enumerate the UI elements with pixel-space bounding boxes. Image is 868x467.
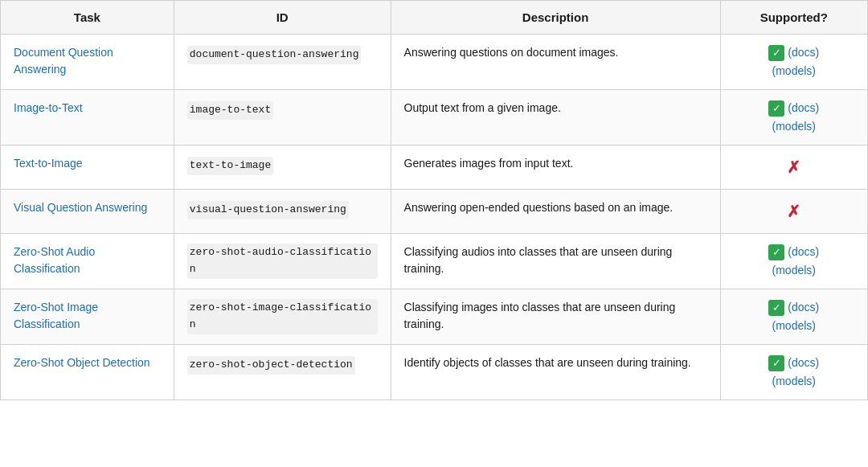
docs-link[interactable]: (docs) <box>788 100 819 117</box>
id-cell: image-to-text <box>174 90 391 145</box>
task-link[interactable]: Zero-Shot Audio Classification <box>14 245 95 275</box>
supported-cell: ✗ <box>720 190 867 234</box>
description-cell: Output text from a given image. <box>391 90 720 145</box>
description-cell: Answering open-ended questions based on … <box>391 190 720 234</box>
task-link[interactable]: Visual Question Answering <box>14 201 147 214</box>
description-cell: Classifying images into classes that are… <box>391 289 720 345</box>
table-row: Zero-Shot Audio Classificationzero-shot-… <box>1 234 868 289</box>
docs-link[interactable]: (docs) <box>788 354 819 371</box>
description-cell: Classifying audios into classes that are… <box>391 234 720 289</box>
id-cell: zero-shot-audio-classification <box>174 234 391 289</box>
id-code: visual-question-answering <box>187 201 349 219</box>
table-row: Document Question Answeringdocument-ques… <box>1 35 868 90</box>
table-row: Visual Question Answeringvisual-question… <box>1 190 868 234</box>
header-row: Task ID Description Supported? <box>1 1 868 35</box>
check-icon: ✓ <box>768 244 784 260</box>
id-cell: zero-shot-image-classification <box>174 289 391 345</box>
task-link[interactable]: Zero-Shot Image Classification <box>14 301 98 330</box>
table-row: Zero-Shot Object Detectionzero-shot-obje… <box>1 345 868 400</box>
supported-cell: ✗ <box>720 145 867 190</box>
header-supported: Supported? <box>720 1 867 35</box>
tasks-table: Task ID Description Supported? Document … <box>0 0 868 400</box>
task-link[interactable]: Document Question Answering <box>14 46 113 76</box>
header-description: Description <box>391 1 720 35</box>
models-link[interactable]: (models) <box>772 373 816 390</box>
task-link[interactable]: Zero-Shot Object Detection <box>14 356 150 369</box>
id-code: text-to-image <box>187 157 273 175</box>
docs-link[interactable]: (docs) <box>788 244 819 260</box>
x-icon: ✗ <box>787 158 800 176</box>
description-cell: Identify objects of classes that are uns… <box>391 345 720 400</box>
id-cell: document-question-answering <box>174 35 391 90</box>
id-cell: zero-shot-object-detection <box>174 345 391 400</box>
supported-cell: ✓(docs)(models) <box>720 90 867 145</box>
x-icon: ✗ <box>787 203 800 220</box>
task-cell: Visual Question Answering <box>1 190 174 234</box>
table-row: Image-to-Textimage-to-textOutput text fr… <box>1 90 868 145</box>
models-link[interactable]: (models) <box>772 63 816 80</box>
id-code: zero-shot-audio-classification <box>187 244 378 279</box>
task-cell: Zero-Shot Object Detection <box>1 345 174 400</box>
description-cell: Generates images from input text. <box>391 145 720 190</box>
check-icon: ✓ <box>768 45 784 61</box>
header-task: Task <box>1 1 174 35</box>
docs-link[interactable]: (docs) <box>788 299 819 316</box>
table-row: Zero-Shot Image Classificationzero-shot-… <box>1 289 868 345</box>
task-cell: Zero-Shot Audio Classification <box>1 234 174 289</box>
supported-cell: ✓(docs)(models) <box>720 234 867 289</box>
check-icon: ✓ <box>768 355 784 371</box>
check-icon: ✓ <box>768 300 784 316</box>
supported-cell: ✓(docs)(models) <box>720 289 867 345</box>
task-cell: Image-to-Text <box>1 90 174 145</box>
task-link[interactable]: Image-to-Text <box>14 101 83 114</box>
docs-link[interactable]: (docs) <box>788 44 819 61</box>
models-link[interactable]: (models) <box>772 118 816 135</box>
check-icon: ✓ <box>768 100 784 117</box>
id-code: zero-shot-image-classification <box>187 299 378 334</box>
task-cell: Text-to-Image <box>1 145 174 190</box>
task-link[interactable]: Text-to-Image <box>14 157 83 170</box>
id-code: zero-shot-object-detection <box>187 356 355 375</box>
task-cell: Document Question Answering <box>1 35 174 90</box>
supported-cell: ✓(docs)(models) <box>720 35 867 90</box>
description-cell: Answering questions on document images. <box>391 35 720 90</box>
id-cell: visual-question-answering <box>174 190 391 234</box>
table-row: Text-to-Imagetext-to-imageGenerates imag… <box>1 145 868 190</box>
id-cell: text-to-image <box>174 145 391 190</box>
id-code: document-question-answering <box>187 46 362 64</box>
models-link[interactable]: (models) <box>772 262 816 279</box>
id-code: image-to-text <box>187 101 273 120</box>
models-link[interactable]: (models) <box>772 317 816 334</box>
task-cell: Zero-Shot Image Classification <box>1 289 174 345</box>
header-id: ID <box>174 1 391 35</box>
supported-cell: ✓(docs)(models) <box>720 345 867 400</box>
